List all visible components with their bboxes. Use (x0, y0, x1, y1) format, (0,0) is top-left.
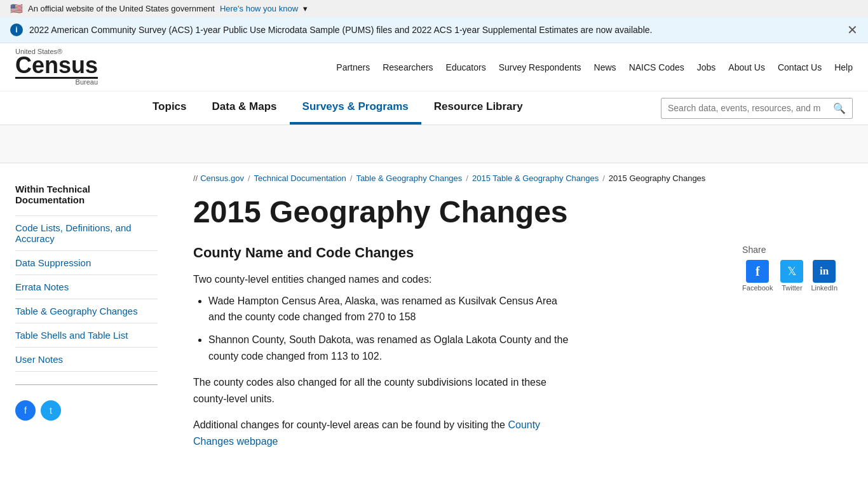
body-intro: Two county-level entities changed names … (193, 271, 574, 364)
twitter-icon: 𝕏 (780, 260, 803, 283)
share-twitter-label: Twitter (782, 284, 802, 292)
info-banner: i 2022 American Community Survey (ACS) 1… (0, 17, 868, 43)
sidebar-link-table-shells[interactable]: Table Shells and Table List (15, 323, 158, 348)
top-nav-news[interactable]: News (594, 62, 616, 72)
site-logo[interactable]: United States® Census Bureau (15, 48, 142, 86)
top-nav-help[interactable]: Help (834, 62, 853, 72)
sidebar-twitter-icon[interactable]: t (41, 400, 61, 421)
share-icons: f Facebook 𝕏 Twitter in LinkedIn (742, 260, 837, 292)
sidebar-nav: Code Lists, Definitions, and Accuracy Da… (15, 215, 158, 372)
info-banner-close[interactable]: ✕ (847, 22, 858, 37)
share-label: Share (742, 245, 766, 255)
sidebar-link-user-notes[interactable]: User Notes (15, 348, 158, 372)
search-input[interactable] (661, 99, 827, 117)
site-header: United States® Census Bureau Partners Re… (0, 43, 868, 125)
breadcrumb: // Census.gov / Technical Documentation … (193, 163, 837, 188)
share-twitter[interactable]: 𝕏 Twitter (780, 260, 803, 292)
search-button[interactable]: 🔍 (827, 98, 852, 118)
nav-resource-library[interactable]: Resource Library (421, 92, 536, 125)
breadcrumb-census-gov[interactable]: Census.gov (200, 173, 244, 183)
sidebar-link-data-suppression[interactable]: Data Suppression (15, 251, 158, 275)
share-facebook-label: Facebook (742, 284, 773, 292)
top-nav: Partners Researchers Educators Survey Re… (163, 62, 853, 72)
body-paragraph2: Additional changes for county-level area… (193, 417, 574, 449)
main-nav-links: Topics Data & Maps Surveys & Programs Re… (140, 92, 661, 125)
share-facebook[interactable]: f Facebook (742, 260, 773, 292)
sidebar-link-errata[interactable]: Errata Notes (15, 275, 158, 299)
breadcrumb-technical-doc[interactable]: Technical Documentation (254, 173, 346, 183)
bullet-item-1: Wade Hampton Census Area, Alaska, was re… (208, 293, 574, 325)
top-nav-about[interactable]: About Us (728, 62, 765, 72)
gov-banner-text: An official website of the United States… (28, 4, 215, 13)
bullet-item-2: Shannon County, South Dakota, was rename… (208, 332, 574, 364)
content-with-share: Share f Facebook 𝕏 Twitter in LinkedIn (193, 245, 837, 449)
paragraph2-text: Additional changes for county-level area… (193, 419, 505, 430)
linkedin-icon: in (813, 260, 836, 283)
top-nav-partners[interactable]: Partners (336, 62, 370, 72)
sidebar-social: f t (15, 400, 158, 421)
breadcrumb-table-geo[interactable]: Table & Geography Changes (356, 173, 462, 183)
main-nav: Topics Data & Maps Surveys & Programs Re… (0, 91, 868, 125)
nav-surveys-programs[interactable]: Surveys & Programs (290, 92, 421, 125)
breadcrumb-sep-1: / (248, 173, 250, 183)
section-heading: County Name and Code Changes (193, 245, 837, 261)
breadcrumb-slash: // (193, 173, 198, 183)
sidebar-title: Within Technical Documentation (15, 184, 158, 205)
breadcrumb-current: 2015 Geography Changes (609, 173, 706, 183)
top-nav-educators[interactable]: Educators (446, 62, 486, 72)
sidebar-divider (15, 384, 158, 385)
facebook-icon: f (746, 260, 769, 283)
info-banner-text: 2022 American Community Survey (ACS) 1-y… (29, 25, 652, 35)
top-nav-jobs[interactable]: Jobs (697, 62, 716, 72)
page-hero-bg (0, 125, 868, 163)
top-nav-contact[interactable]: Contact Us (778, 62, 822, 72)
gov-banner: 🇺🇸 An official website of the United Sta… (0, 0, 868, 17)
info-icon: i (10, 24, 23, 36)
share-linkedin[interactable]: in LinkedIn (811, 260, 837, 292)
page-title: 2015 Geography Changes (193, 196, 837, 229)
logo-census: Census (15, 55, 98, 76)
page-content: // Census.gov / Technical Documentation … (168, 163, 853, 485)
logo-text: United States® Census Bureau (15, 48, 98, 86)
share-area: Share f Facebook 𝕏 Twitter in LinkedIn (742, 245, 837, 292)
breadcrumb-2015-table-geo[interactable]: 2015 Table & Geography Changes (472, 173, 599, 183)
breadcrumb-sep-2: / (350, 173, 353, 183)
logo-bureau: Bureau (15, 79, 98, 86)
logo-text-block: United States® Census Bureau (15, 48, 98, 86)
bullet-list: Wade Hampton Census Area, Alaska, was re… (193, 293, 574, 364)
top-nav-survey-respondents[interactable]: Survey Respondents (499, 62, 581, 72)
sidebar: Within Technical Documentation Code List… (15, 163, 168, 485)
top-nav-naics[interactable]: NAICS Codes (629, 62, 684, 72)
sidebar-link-table-geo[interactable]: Table & Geography Changes (15, 299, 158, 323)
intro-text: Two county-level entities changed names … (193, 271, 574, 288)
header-top: United States® Census Bureau Partners Re… (0, 43, 868, 91)
flag-icon: 🇺🇸 (10, 3, 23, 15)
body-paragraph1: The county codes also changed for all th… (193, 374, 574, 407)
nav-data-maps[interactable]: Data & Maps (200, 92, 290, 125)
top-nav-researchers[interactable]: Researchers (383, 62, 433, 72)
sidebar-link-code-lists[interactable]: Code Lists, Definitions, and Accuracy (15, 215, 158, 251)
gov-banner-link[interactable]: Here's how you know (220, 4, 298, 13)
search-box: 🔍 (661, 98, 853, 119)
share-linkedin-label: LinkedIn (811, 284, 837, 292)
chevron-down-icon: ▾ (303, 4, 308, 13)
sidebar-facebook-icon[interactable]: f (15, 400, 36, 421)
breadcrumb-sep-4: / (602, 173, 605, 183)
nav-topics[interactable]: Topics (140, 92, 200, 125)
breadcrumb-sep-3: / (466, 173, 468, 183)
main-container: Within Technical Documentation Code List… (0, 163, 868, 485)
